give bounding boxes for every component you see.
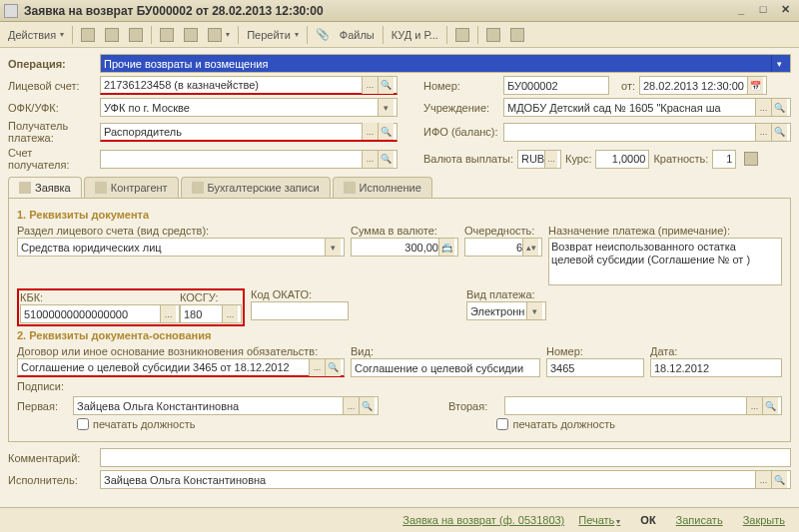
minimize-button[interactable]: _ [731, 3, 751, 19]
tool-icon-5[interactable] [180, 26, 202, 44]
sum-field[interactable]: 300,00📇 [351, 238, 458, 257]
paytype-field[interactable]: Электронн▾ [466, 301, 546, 320]
search-icon[interactable]: 🔍 [378, 77, 394, 94]
kbk-field[interactable]: 51000000000000000... [20, 304, 180, 323]
mult-field[interactable]: 1 [712, 150, 736, 169]
save-button[interactable]: Записать [670, 512, 729, 528]
actions-menu[interactable]: Действия [4, 27, 68, 43]
tab-zayavka[interactable]: Заявка [8, 177, 82, 198]
okato-label: Код ОКАТО: [251, 288, 349, 300]
basis-date-field[interactable]: 18.12.2012 [650, 358, 782, 377]
sign-title: Подписи: [17, 380, 782, 392]
app-icon [4, 4, 18, 18]
search-icon[interactable]: 🔍 [771, 99, 787, 116]
lookup-icon[interactable]: ... [755, 124, 771, 141]
payer-field[interactable]: Распорядитель ... 🔍 [100, 123, 398, 142]
ifo-field[interactable]: ... 🔍 [503, 123, 791, 142]
lookup-icon[interactable]: ... [343, 397, 359, 414]
exec-field[interactable]: Зайцева Ольга Константиновна...🔍 [100, 470, 791, 489]
lookup-icon[interactable]: ... [755, 471, 771, 488]
ok-button[interactable]: ОК [634, 512, 661, 528]
toolbar: Действия Перейти 📎 Файлы КУД и Р... [0, 22, 799, 48]
contact-icon [95, 182, 107, 194]
print-button[interactable]: Печать [572, 512, 626, 528]
search-icon[interactable]: 🔍 [359, 397, 375, 414]
dropdown-icon[interactable]: ▾ [526, 302, 542, 319]
search-icon[interactable]: 🔍 [378, 123, 394, 140]
attach-icon[interactable]: 📎 [312, 26, 334, 43]
search-icon[interactable]: 🔍 [762, 397, 778, 414]
lookup-icon[interactable]: ... [160, 305, 176, 322]
sign2-label: Вторая: [448, 400, 498, 412]
debit-credit-icon[interactable] [451, 26, 473, 44]
currency-field[interactable]: RUB ... [517, 150, 561, 169]
currency-calc-icon[interactable] [740, 150, 762, 168]
section1-title: 1. Реквизиты документа [17, 209, 782, 221]
dropdown-icon[interactable]: ▾ [378, 99, 394, 116]
lookup-icon[interactable]: ... [362, 77, 378, 94]
rate-field[interactable]: 1,0000 [595, 150, 649, 169]
files-button[interactable]: Файлы [336, 27, 379, 43]
tool-icon-1[interactable] [77, 26, 99, 44]
tab-kontragent[interactable]: Контрагент [84, 177, 179, 198]
comment-field[interactable] [100, 448, 791, 467]
sign2-field[interactable]: ...🔍 [504, 396, 782, 415]
lookup-icon[interactable]: ... [746, 397, 762, 414]
search-icon[interactable]: 🔍 [771, 124, 787, 141]
sign1-field[interactable]: Зайцева Ольга Константиновна...🔍 [73, 396, 379, 415]
lookup-icon[interactable]: ... [362, 151, 378, 168]
kosgu-field[interactable]: 180... [180, 304, 242, 323]
purpose-field[interactable]: Возврат неиспользованного остатка целево… [548, 238, 782, 285]
calendar-icon[interactable]: 📅 [747, 77, 763, 94]
tool-icon-6[interactable] [204, 26, 234, 44]
lookup-icon[interactable]: ... [755, 99, 771, 116]
razdel-field[interactable]: Средства юридических лиц▾ [17, 238, 345, 257]
search-icon[interactable]: 🔍 [771, 471, 787, 488]
dropdown-icon[interactable]: ▾ [325, 239, 341, 256]
search-icon[interactable]: 🔍 [325, 359, 341, 376]
mult-label: Кратность: [653, 153, 708, 165]
calc-icon[interactable]: 📇 [438, 239, 454, 256]
close-button[interactable]: ✕ [775, 3, 795, 19]
operation-field[interactable]: Прочие возвраты и возмещения ▾ [100, 54, 791, 73]
basis-num-field[interactable]: 3465 [546, 358, 644, 377]
date-field[interactable]: 28.02.2013 12:30:00 📅 [639, 76, 767, 95]
lookup-icon[interactable]: ... [544, 151, 557, 168]
print-pos-1[interactable]: печатать должность [77, 418, 195, 430]
okato-field[interactable] [251, 301, 349, 320]
basis-num-label: Номер: [546, 345, 644, 357]
tab-bukh[interactable]: Бухгалтерские записи [181, 177, 331, 198]
sign1-label: Первая: [17, 400, 67, 412]
help-icon[interactable] [506, 26, 528, 44]
print-pos-2[interactable]: печатать должность [496, 418, 614, 430]
maximize-button[interactable]: □ [753, 3, 773, 19]
spinner-icon[interactable]: ▴▾ [522, 239, 538, 256]
ledger-icon [192, 182, 204, 194]
ofk-field[interactable]: УФК по г. Москве ▾ [100, 98, 398, 117]
lookup-icon[interactable]: ... [309, 359, 325, 376]
org-field[interactable]: МДОБУ Детский сад № 1605 "Красная ша ...… [503, 98, 791, 117]
close-button[interactable]: Закрыть [737, 512, 791, 528]
tool-icon-4[interactable] [156, 26, 178, 44]
doc-icon [19, 182, 31, 194]
goto-menu[interactable]: Перейти [243, 27, 303, 43]
account-field[interactable]: 21736123458 (в казначействе) ... 🔍 [100, 76, 398, 95]
order-label: Очередность: [464, 225, 542, 237]
kind-field[interactable]: Соглашение о целевой субсидии [351, 358, 540, 377]
org-label: Учреждение: [423, 102, 499, 114]
order-field[interactable]: 6▴▾ [464, 238, 542, 257]
tool-icon-7[interactable] [482, 26, 504, 44]
number-field[interactable]: БУ000002 [503, 76, 609, 95]
operation-dropdown-icon[interactable]: ▾ [771, 55, 787, 72]
lookup-icon[interactable]: ... [222, 305, 238, 322]
tool-icon-3[interactable] [125, 26, 147, 44]
search-icon[interactable]: 🔍 [378, 151, 394, 168]
tab-ispolnenie[interactable]: Исполнение [333, 177, 432, 198]
form-name-link[interactable]: Заявка на возврат (ф. 0531803) [402, 514, 564, 526]
kudir-button[interactable]: КУД и Р... [388, 27, 442, 43]
basis-field[interactable]: Соглашение о целевой субсидии 3465 от 18… [17, 358, 345, 377]
payer-acc-field[interactable]: ... 🔍 [100, 150, 398, 169]
basis-date-label: Дата: [650, 345, 782, 357]
lookup-icon[interactable]: ... [362, 123, 378, 140]
tool-icon-2[interactable] [101, 26, 123, 44]
